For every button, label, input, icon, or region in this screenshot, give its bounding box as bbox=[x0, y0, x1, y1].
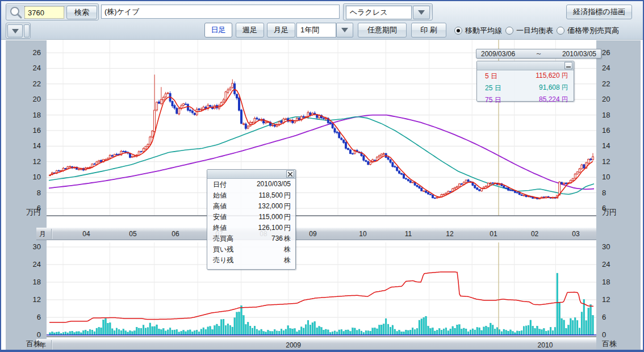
chart-tools-group bbox=[6, 23, 31, 39]
month-tick-label: 09 bbox=[309, 230, 316, 238]
field-value: 736株 bbox=[271, 234, 291, 242]
y-axis-tick-label: 6 bbox=[18, 313, 41, 322]
field-value: 株 bbox=[283, 245, 291, 253]
custom-period-button[interactable]: 任意期間 bbox=[358, 23, 407, 37]
data-window-titlebar[interactable] bbox=[207, 170, 295, 179]
y-axis-tick-label: 12 bbox=[18, 157, 41, 166]
y-axis-tick-label: 24 bbox=[602, 64, 610, 73]
data-window-row: 買い残株 bbox=[207, 244, 295, 254]
y-axis-tick-label: 0 bbox=[18, 330, 41, 340]
field-label: 始値 bbox=[213, 191, 227, 199]
chevron-down-icon bbox=[418, 10, 425, 15]
y-axis-tick-label: 26 bbox=[602, 48, 610, 57]
data-window-row: 始値118,500円 bbox=[207, 190, 295, 200]
y-axis-tick-label: 12 bbox=[602, 157, 610, 166]
month-tick-label: 12 bbox=[446, 230, 453, 238]
field-label: 終値 bbox=[213, 223, 227, 232]
draw-economic-indicators-button[interactable]: 経済指標の描画 bbox=[566, 5, 632, 19]
y-axis-tick-label: 18 bbox=[18, 278, 41, 287]
field-value: 118,500円 bbox=[259, 191, 291, 199]
field-value: 126,100円 bbox=[258, 223, 291, 232]
tab-weekly[interactable]: 週足 bbox=[236, 23, 264, 37]
radio-selected-icon bbox=[454, 27, 462, 35]
y-axis-tick-label: 14 bbox=[602, 141, 610, 150]
tab-daily[interactable]: 日足 bbox=[204, 23, 232, 37]
data-window-row: 高値132,000円 bbox=[207, 200, 295, 211]
month-tick-label: 06 bbox=[172, 230, 179, 238]
ma-legend-panel: 5 日115,620 円25 日91,608 円75 日85,224 円 bbox=[476, 61, 574, 102]
ma-period-label: 75 日 bbox=[485, 95, 501, 105]
month-tick-label: 11 bbox=[405, 230, 412, 238]
y-axis-tick-label: 0 bbox=[602, 330, 606, 340]
data-window: 日付2010/03/05始値118,500円高値132,000円安値115,00… bbox=[207, 169, 296, 270]
ma-legend-row: 5 日115,620 円 bbox=[477, 70, 574, 82]
market-select[interactable]: ヘラクレス bbox=[346, 6, 412, 19]
radio-ichimoku[interactable]: 一目均衡表 bbox=[505, 26, 553, 36]
toolbar: 検索 ヘラクレス 経済指標の描画 日足 週足 月足 1年間 任意期間 印 刷 移… bbox=[1, 1, 643, 40]
chevron-down-icon bbox=[341, 28, 348, 32]
field-value: 2010/03/05 bbox=[257, 180, 291, 188]
month-axis-unit: 月 bbox=[39, 229, 46, 239]
minimize-button[interactable] bbox=[564, 62, 572, 69]
volume-chart-canvas[interactable] bbox=[47, 242, 596, 338]
y-axis-unit-label: 万円 bbox=[18, 208, 41, 217]
ma-period-label: 5 日 bbox=[485, 72, 497, 81]
search-button[interactable]: 検索 bbox=[66, 6, 97, 19]
field-value: 132,000円 bbox=[258, 202, 291, 210]
chart-dropdown-button[interactable] bbox=[7, 24, 23, 37]
data-window-row: 安値115,000円 bbox=[207, 211, 295, 222]
ma-value: 85,224 円 bbox=[539, 95, 568, 105]
close-button[interactable] bbox=[286, 170, 294, 178]
y-axis-tick-label: 30 bbox=[18, 242, 41, 252]
month-tick-label: 10 bbox=[359, 230, 366, 238]
period-select-arrow-button[interactable] bbox=[336, 23, 353, 37]
volume-chart[interactable] bbox=[47, 242, 596, 338]
y-axis-tick-label: 22 bbox=[18, 79, 41, 89]
y-axis-tick-label: 10 bbox=[18, 173, 41, 182]
y-axis-tick-label: 10 bbox=[602, 173, 610, 182]
chevron-down-icon bbox=[12, 29, 19, 33]
y-axis-tick-label: 14 bbox=[18, 141, 41, 150]
y-axis-unit-label: 万円 bbox=[602, 208, 617, 217]
stock-name-input[interactable] bbox=[101, 5, 340, 19]
period-select[interactable]: 1年間 bbox=[296, 23, 336, 37]
month-axis-band: 月 040506070809101112010203 bbox=[36, 228, 596, 240]
market-select-arrow-button[interactable] bbox=[413, 6, 430, 19]
data-window-row: 売り残株 bbox=[207, 254, 295, 265]
radio-moving-average[interactable]: 移動平均線 bbox=[454, 26, 502, 36]
legend-titlebar[interactable] bbox=[477, 61, 574, 70]
stock-code-input[interactable] bbox=[24, 6, 64, 19]
month-tick-label: 02 bbox=[531, 230, 538, 238]
y-axis-tick-label: 16 bbox=[18, 126, 41, 135]
y-axis-tick-label: 22 bbox=[602, 79, 610, 89]
field-label: 売り残 bbox=[213, 255, 233, 264]
data-window-row: 日付2010/03/05 bbox=[207, 179, 295, 190]
field-label: 買い残 bbox=[213, 245, 233, 253]
y-axis-tick-label: 24 bbox=[602, 260, 610, 269]
data-window-row: 売買高736株 bbox=[207, 233, 295, 244]
y-axis-unit-label: 百株 bbox=[602, 340, 617, 349]
month-tick-label: 03 bbox=[572, 230, 579, 238]
date-range-box: 2009/03/06 ～ 2010/03/05 bbox=[476, 49, 601, 58]
year-axis-band: 年 20092010 bbox=[36, 339, 596, 351]
radio-price-volume[interactable]: 価格帯別売買高 bbox=[557, 26, 619, 36]
ma-legend-row: 75 日85,224 円 bbox=[477, 94, 574, 106]
search-icon bbox=[9, 6, 23, 19]
y-axis-tick-label: 8 bbox=[602, 188, 606, 198]
band-separator bbox=[51, 229, 52, 239]
year-tick-label: 2010 bbox=[538, 341, 553, 349]
ma-period-label: 25 日 bbox=[485, 83, 501, 93]
y-axis-tick-label: 30 bbox=[602, 242, 610, 252]
tab-monthly[interactable]: 月足 bbox=[267, 23, 295, 37]
y-axis-tick-label: 20 bbox=[602, 95, 610, 104]
y-axis-tick-label: 12 bbox=[18, 295, 41, 304]
print-button[interactable]: 印 刷 bbox=[411, 23, 446, 37]
radio-label: 価格帯別売買高 bbox=[567, 26, 619, 36]
ma-value: 115,620 円 bbox=[536, 72, 568, 81]
toolbar-grip[interactable] bbox=[24, 24, 30, 37]
code-search-group: 検索 bbox=[6, 3, 99, 20]
y-axis-tick-label: 16 bbox=[602, 126, 610, 135]
radio-icon bbox=[505, 27, 513, 35]
field-label: 売買高 bbox=[213, 234, 233, 242]
y-axis-tick-label: 18 bbox=[602, 111, 610, 120]
